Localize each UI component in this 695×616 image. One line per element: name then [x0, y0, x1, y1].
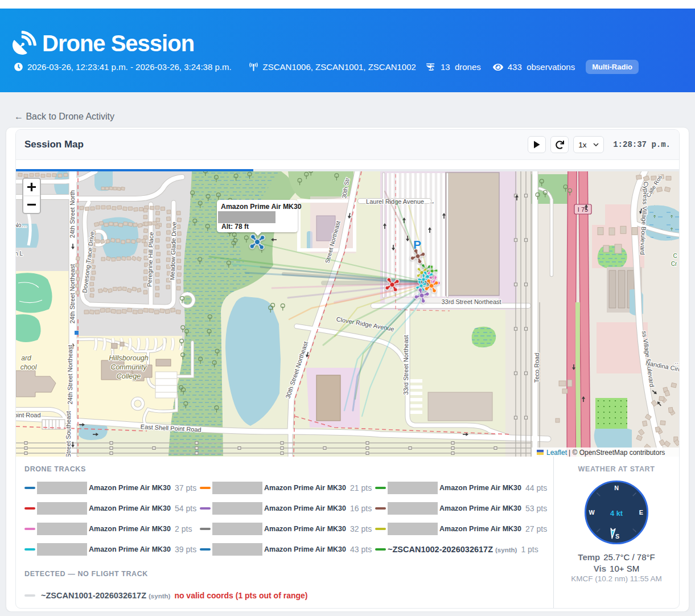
- svg-text:24th Street Northeast: 24th Street Northeast: [69, 264, 76, 324]
- svg-text:Laurel Ridge Avenue: Laurel Ridge Avenue: [366, 198, 424, 205]
- svg-text:College: College: [117, 372, 141, 380]
- svg-text:n L: n L: [16, 250, 23, 257]
- svg-text:chool: chool: [20, 363, 37, 371]
- svg-text:ard: ard: [21, 354, 31, 362]
- svg-text:oint Road: oint Road: [16, 412, 41, 418]
- svg-text:Alt: 78 ft: Alt: 78 ft: [221, 223, 249, 231]
- svg-text:P: P: [413, 238, 421, 251]
- svg-text:Amazon Prime Air MK30: Amazon Prime Air MK30: [221, 203, 302, 211]
- svg-text:No…: No…: [16, 222, 27, 228]
- svg-text:E: E: [639, 509, 643, 516]
- svg-text:→: →: [429, 198, 435, 205]
- svg-text:S: S: [615, 533, 619, 540]
- svg-text:Community: Community: [110, 363, 147, 371]
- svg-text:Hillsborough: Hillsborough: [109, 354, 149, 362]
- svg-text:Teco Road: Teco Road: [533, 353, 540, 383]
- svg-text:N: N: [614, 484, 619, 491]
- svg-text:Leaflet: Leaflet: [546, 449, 567, 457]
- svg-text:| © OpenStreetMap contributors: | © OpenStreetMap contributors: [569, 449, 665, 457]
- svg-text:C: C: [673, 253, 677, 259]
- svg-text:Street Southeast: Street Southeast: [65, 411, 72, 457]
- svg-text:24th Street Northeast: 24th Street Northeast: [67, 345, 73, 405]
- svg-text:4 kt: 4 kt: [610, 510, 623, 518]
- svg-text:W: W: [589, 509, 595, 516]
- svg-text:…: …: [675, 359, 679, 365]
- svg-text:33rd Street Northeast: 33rd Street Northeast: [402, 335, 409, 395]
- svg-text:24th Street North: 24th Street North: [69, 190, 76, 238]
- svg-text:33rd Street Northeast: 33rd Street Northeast: [441, 298, 501, 305]
- svg-text:Cr: Cr: [671, 261, 677, 267]
